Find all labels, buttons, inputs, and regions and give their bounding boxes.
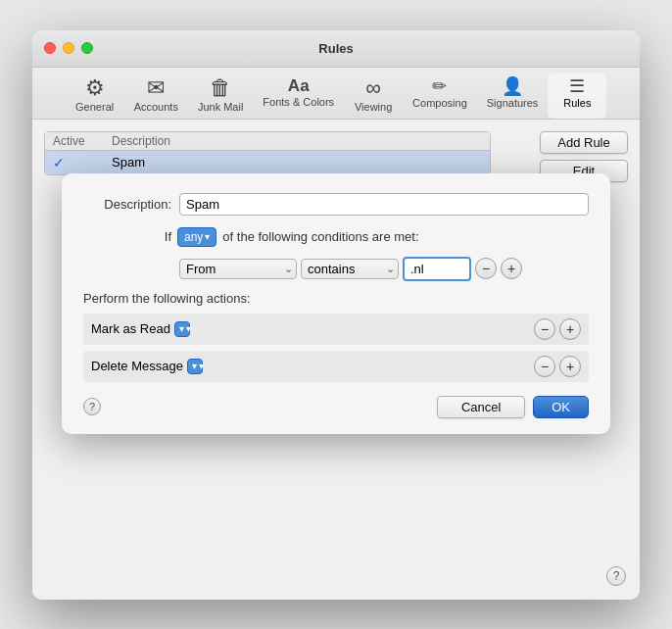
viewing-icon: ∞ <box>365 77 381 99</box>
field-select[interactable]: From <box>179 259 297 279</box>
toolbar-label-junkmail: Junk Mail <box>198 101 243 113</box>
gear-icon: ⚙ <box>85 77 105 99</box>
field-select-wrap: From <box>179 259 297 279</box>
toolbar-item-viewing[interactable]: ∞ Viewing <box>344 73 403 119</box>
toolbar-item-rules[interactable]: ☰ Rules <box>548 73 606 119</box>
titlebar: Rules <box>32 30 640 68</box>
toolbar-item-fontscolors[interactable]: Aa Fonts & Colors <box>253 73 344 119</box>
if-label: If <box>83 229 171 244</box>
ok-button[interactable]: OK <box>533 396 589 418</box>
action-select-1[interactable]: ▾ <box>187 359 203 374</box>
toolbar-label-composing: Composing <box>412 97 467 109</box>
toolbar-label-accounts: Accounts <box>134 101 178 113</box>
toolbar-item-junkmail[interactable]: 🗑 Junk Mail <box>188 73 253 119</box>
main-window: Rules ⚙ General ✉ Accounts 🗑 Junk Mail A… <box>32 30 640 600</box>
toolbar-item-composing[interactable]: ✏ Composing <box>403 73 477 119</box>
action-label-1: Delete Message <box>91 359 183 373</box>
actions-label: Perform the following actions: <box>83 291 251 306</box>
action-buttons-1: − + <box>534 356 581 377</box>
rule-edit-dialog: Description: If any of the following con… <box>62 173 610 434</box>
toolbar-item-signatures[interactable]: 👤 Signatures <box>477 73 549 119</box>
dialog-footer: ? Cancel OK <box>83 396 589 418</box>
composing-icon: ✏ <box>432 77 447 95</box>
toolbar-label-general: General <box>75 101 114 113</box>
condition-row: From contains − + <box>179 257 589 281</box>
toolbar-label-viewing: Viewing <box>355 101 392 113</box>
maximize-button[interactable] <box>81 42 93 54</box>
rules-icon: ☰ <box>569 77 585 95</box>
condition-value-input[interactable] <box>403 257 471 281</box>
junkmail-icon: 🗑 <box>210 77 231 99</box>
dialog-footer-left: ? <box>83 398 429 415</box>
remove-condition-button[interactable]: − <box>475 258 497 279</box>
action-row-0: Mark as Read ▾ − + <box>83 314 589 345</box>
close-button[interactable] <box>44 42 56 54</box>
any-label: any <box>184 230 203 244</box>
fontscolors-icon: Aa <box>288 77 310 94</box>
signatures-icon: 👤 <box>502 77 523 95</box>
window-title: Rules <box>318 41 353 56</box>
add-action-1-button[interactable]: + <box>559 356 581 377</box>
help-button[interactable]: ? <box>83 398 101 415</box>
add-condition-button[interactable]: + <box>501 258 522 279</box>
minimize-button[interactable] <box>63 42 74 54</box>
remove-action-0-button[interactable]: − <box>534 318 555 340</box>
perform-section: Perform the following actions: <box>83 291 589 306</box>
action-buttons-0: − + <box>534 318 581 340</box>
traffic-lights <box>44 42 93 54</box>
action-row-left-0: Mark as Read ▾ <box>91 321 190 337</box>
action-row-left-1: Delete Message ▾ <box>91 359 203 374</box>
description-input[interactable] <box>179 193 589 216</box>
dialog-overlay: Description: If any of the following con… <box>32 120 640 600</box>
action-row-1: Delete Message ▾ − + <box>83 351 589 382</box>
operator-select[interactable]: contains <box>301 259 399 279</box>
description-label: Description: <box>83 197 171 212</box>
toolbar-item-general[interactable]: ⚙ General <box>66 73 124 119</box>
remove-action-1-button[interactable]: − <box>534 356 555 377</box>
operator-select-wrap: contains <box>301 259 399 279</box>
toolbar-label-signatures: Signatures <box>487 97 539 109</box>
cancel-button[interactable]: Cancel <box>437 396 525 418</box>
toolbar-label-rules: Rules <box>563 97 591 109</box>
action-select-0[interactable]: ▾ <box>174 321 190 337</box>
any-select[interactable]: any <box>177 227 216 247</box>
accounts-icon: ✉ <box>147 77 165 99</box>
toolbar-label-fontscolors: Fonts & Colors <box>263 96 334 108</box>
toolbar-item-accounts[interactable]: ✉ Accounts <box>124 73 188 119</box>
add-action-0-button[interactable]: + <box>559 318 581 340</box>
description-row: Description: <box>83 193 589 216</box>
condition-text: of the following conditions are met: <box>222 229 418 244</box>
if-row: If any of the following conditions are m… <box>83 227 589 247</box>
content-area: Active Description ✓ Spam Add Rule Edit … <box>32 120 640 600</box>
toolbar: ⚙ General ✉ Accounts 🗑 Junk Mail Aa Font… <box>32 68 640 120</box>
action-label-0: Mark as Read <box>91 321 170 336</box>
